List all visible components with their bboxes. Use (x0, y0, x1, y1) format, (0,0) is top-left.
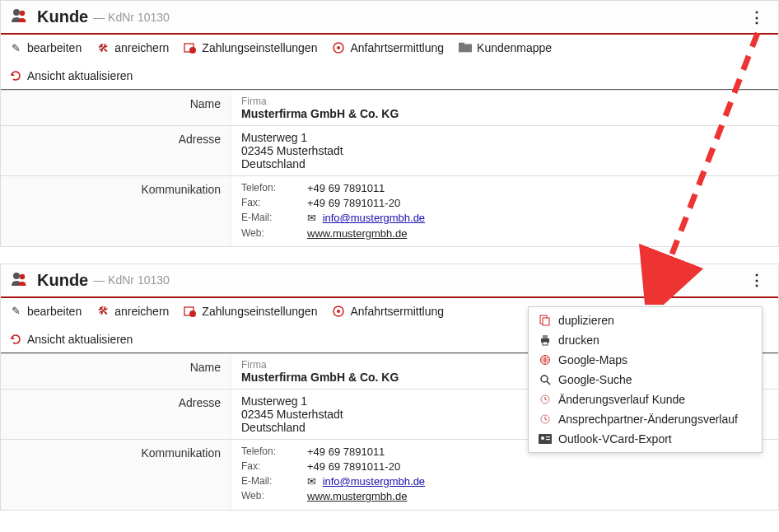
enrich-label: anreichern (114, 41, 169, 54)
svg-rect-7 (459, 43, 464, 46)
refresh-label: Ansicht aktualisieren (27, 69, 133, 82)
menu-print[interactable]: drucken (529, 330, 762, 350)
svg-rect-26 (546, 436, 550, 437)
copy-icon (539, 314, 552, 327)
mail-icon: ✉ (307, 474, 316, 489)
svg-point-3 (189, 47, 196, 54)
fax-label: Fax: (241, 460, 307, 474)
edit-button[interactable]: ✎ bearbeiten (9, 41, 82, 54)
communication-label: Kommunikation (1, 176, 231, 246)
svg-point-9 (20, 274, 25, 279)
addr-line3: Deutschland (241, 157, 768, 170)
customer-panel: Kunde — KdNr 10130 ⋮ ✎ bearbeiten 🛠 anre… (0, 0, 779, 247)
menu-vcard-label: Outlook-VCard-Export (558, 432, 672, 446)
web-link[interactable]: www.mustergmbh.de (307, 489, 407, 504)
name-row: Name Firma Musterfirma GmbH & Co. KG (1, 90, 778, 125)
svg-point-1 (20, 11, 25, 16)
mail-label: E-Mail: (241, 474, 307, 489)
menu-google-maps[interactable]: Google-Maps (529, 350, 762, 370)
enrich-button[interactable]: 🛠 anreichern (96, 41, 169, 54)
globe-icon (539, 353, 552, 366)
page-title: Kunde (37, 7, 88, 26)
svg-point-8 (13, 273, 20, 279)
route-button[interactable]: Anfahrtsermittlung (332, 305, 444, 318)
printer-icon (539, 334, 552, 347)
tel-value: +49 69 7891011 (307, 181, 385, 196)
menu-histcontact-label: Ansprechpartner-Änderungsverlauf (558, 413, 738, 426)
svg-point-25 (541, 436, 544, 440)
menu-vcard-export[interactable]: Outlook-VCard-Export (529, 429, 762, 449)
communication-row: Kommunikation Telefon: +49 69 7891011 Fa… (1, 175, 778, 246)
pencil-icon: ✎ (9, 305, 22, 318)
addr-line1: Musterweg 1 (241, 131, 768, 144)
menu-history-customer[interactable]: Änderungsverlauf Kunde (529, 390, 762, 409)
route-button[interactable]: Anfahrtsermittlung (332, 41, 444, 54)
menu-gsearch-label: Google-Suche (558, 373, 632, 386)
route-label: Anfahrtsermittlung (350, 41, 444, 54)
tools-icon: 🛠 (96, 305, 110, 318)
menu-gmaps-label: Google-Maps (558, 353, 627, 366)
route-icon (332, 305, 345, 318)
edit-label: bearbeiten (27, 41, 82, 54)
more-menu: duplizieren drucken Google-Maps Google-S… (528, 306, 763, 453)
panel-header: Kunde — KdNr 10130 ⋮ (1, 1, 778, 35)
payment-icon (184, 305, 197, 318)
tel-label: Telefon: (241, 445, 307, 460)
payment-icon (184, 41, 197, 54)
mail-value[interactable]: ✉ info@mustergmbh.de (307, 474, 425, 489)
tel-value: +49 69 7891011 (307, 445, 385, 460)
svg-rect-27 (546, 439, 550, 440)
firm-name: Musterfirma GmbH & Co. KG (241, 107, 768, 120)
fax-value: +49 69 7891011-20 (307, 196, 400, 211)
route-label: Anfahrtsermittlung (350, 305, 444, 318)
search-icon (539, 373, 552, 386)
menu-duplicate[interactable]: duplizieren (529, 310, 762, 330)
name-label: Name (1, 91, 231, 125)
more-menu-button[interactable]: ⋮ (746, 271, 768, 289)
enrich-button[interactable]: 🛠 anreichern (96, 305, 169, 318)
firm-small-label: Firma (241, 96, 768, 107)
payment-settings-button[interactable]: Zahlungseinstellungen (184, 305, 317, 318)
addr-line2: 02345 Musterhstadt (241, 144, 768, 157)
payment-settings-button[interactable]: Zahlungseinstellungen (184, 41, 317, 54)
dossier-button[interactable]: Kundenmappe (459, 41, 552, 54)
menu-history-contact[interactable]: Ansprechpartner-Änderungsverlauf (529, 409, 762, 429)
history-icon (539, 413, 552, 426)
route-icon (332, 41, 345, 54)
address-row: Adresse Musterweg 1 02345 Musterhstadt D… (1, 125, 778, 175)
address-label: Adresse (1, 126, 231, 175)
web-label: Web: (241, 489, 307, 504)
name-label: Name (1, 354, 231, 389)
mail-label: E-Mail: (241, 211, 307, 226)
customer-id: — KdNr 10130 (93, 11, 170, 24)
menu-print-label: drucken (558, 334, 599, 347)
more-menu-button[interactable]: ⋮ (746, 8, 768, 26)
svg-rect-15 (543, 318, 549, 325)
menu-google-search[interactable]: Google-Suche (529, 370, 762, 390)
pencil-icon: ✎ (9, 41, 22, 54)
refresh-icon (9, 333, 22, 346)
svg-point-11 (189, 310, 196, 317)
tools-icon: 🛠 (96, 41, 110, 54)
mail-value[interactable]: ✉ info@mustergmbh.de (307, 211, 425, 226)
svg-point-13 (337, 310, 340, 313)
enrich-label: anreichern (114, 305, 169, 318)
vcard-icon (539, 432, 552, 446)
tel-label: Telefon: (241, 181, 307, 196)
customers-icon (11, 8, 29, 26)
panel-header: Kunde — KdNr 10130 ⋮ (1, 264, 778, 298)
payment-label: Zahlungseinstellungen (202, 305, 317, 318)
customer-id: — KdNr 10130 (93, 273, 170, 287)
refresh-button[interactable]: Ansicht aktualisieren (9, 69, 770, 82)
edit-button[interactable]: ✎ bearbeiten (9, 305, 82, 318)
fax-value: +49 69 7891011-20 (307, 460, 400, 474)
web-link[interactable]: www.mustergmbh.de (307, 226, 407, 241)
page-title: Kunde (37, 271, 88, 290)
payment-label: Zahlungseinstellungen (202, 41, 317, 54)
communication-label: Kommunikation (1, 440, 231, 510)
edit-label: bearbeiten (27, 305, 82, 318)
history-icon (539, 393, 552, 406)
fax-label: Fax: (241, 196, 307, 211)
mail-link[interactable]: info@mustergmbh.de (323, 475, 425, 488)
mail-link[interactable]: info@mustergmbh.de (323, 212, 425, 224)
